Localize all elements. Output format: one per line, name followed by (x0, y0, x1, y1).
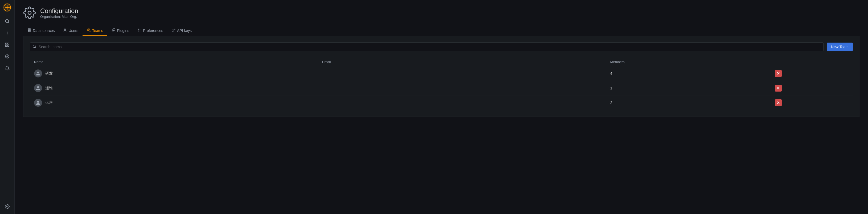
team-name-cell: 运营 (30, 96, 318, 110)
tabs: Data sources Users Teams (23, 26, 860, 36)
table-row: 研发 4 ✕ (30, 66, 853, 81)
delete-team-button[interactable]: ✕ (775, 85, 782, 92)
team-email (318, 81, 606, 96)
delete-team-button[interactable]: ✕ (775, 70, 782, 77)
team-email (318, 66, 606, 81)
svg-point-26 (138, 31, 139, 31)
delete-team-button[interactable]: ✕ (775, 99, 782, 106)
svg-rect-12 (5, 45, 7, 47)
sidebar (0, 0, 14, 214)
search-wrapper (30, 42, 824, 51)
team-action-cell: ✕ (771, 66, 853, 81)
team-action-cell: ✕ (771, 96, 853, 110)
svg-rect-11 (8, 43, 9, 44)
col-header-name: Name (30, 58, 318, 66)
tab-users-label: Users (68, 29, 78, 33)
grafana-logo[interactable] (2, 3, 12, 12)
tab-teams[interactable]: Teams (83, 26, 107, 36)
col-header-members: Members (606, 58, 771, 66)
svg-point-18 (28, 29, 31, 30)
tab-plugins[interactable]: Plugins (107, 26, 133, 36)
page-header: Configuration Organization: Main Org. (23, 6, 860, 19)
col-header-email: Email (318, 58, 606, 66)
svg-marker-15 (6, 56, 8, 57)
tab-plugins-label: Plugins (117, 29, 129, 33)
svg-point-6 (5, 20, 8, 23)
svg-point-17 (28, 11, 31, 14)
team-avatar (34, 99, 42, 107)
search-icon (32, 45, 36, 49)
team-name-cell: 研发 (30, 66, 318, 81)
svg-line-29 (35, 47, 36, 48)
team-action-cell: ✕ (771, 81, 853, 96)
sidebar-search-icon[interactable] (2, 17, 12, 26)
team-members: 1 (606, 81, 771, 96)
search-input[interactable] (30, 42, 824, 51)
svg-point-28 (33, 45, 35, 48)
tab-data-sources[interactable]: Data sources (23, 26, 59, 36)
team-members: 2 (606, 96, 771, 110)
table-row: 运营 2 ✕ (30, 96, 853, 110)
tab-preferences-label: Preferences (143, 29, 163, 33)
table-header-row: Name Email Members (30, 58, 853, 66)
page-header-text: Configuration Organization: Main Org. (40, 7, 78, 19)
team-members: 4 (606, 66, 771, 81)
table-row: 运维 1 ✕ (30, 81, 853, 96)
teams-icon (87, 28, 91, 33)
svg-point-19 (64, 29, 66, 30)
tab-preferences[interactable]: Preferences (133, 26, 167, 36)
tab-teams-label: Teams (92, 29, 103, 33)
team-avatar (34, 84, 42, 92)
sidebar-configuration-icon[interactable] (2, 202, 12, 211)
sidebar-alerting-icon[interactable] (2, 63, 12, 73)
teams-table: Name Email Members 研发 (30, 58, 853, 110)
svg-point-20 (88, 29, 89, 30)
svg-rect-10 (5, 43, 7, 44)
svg-point-14 (5, 55, 9, 58)
team-email (318, 96, 606, 110)
svg-point-1 (6, 6, 8, 8)
team-avatar (34, 69, 42, 78)
team-name: 运营 (45, 100, 53, 105)
tab-api-keys-label: API keys (177, 29, 192, 33)
main-content: Configuration Organization: Main Org. Da… (14, 0, 868, 214)
users-icon (63, 28, 67, 33)
svg-point-27 (138, 29, 139, 29)
svg-line-7 (8, 22, 9, 23)
plugins-icon (112, 28, 115, 33)
sidebar-add-icon[interactable] (2, 28, 12, 38)
team-name-cell: 运维 (30, 81, 318, 96)
tab-api-keys[interactable]: API keys (167, 26, 196, 36)
page-subtitle: Organization: Main Org. (40, 14, 78, 19)
sidebar-dashboards-icon[interactable] (2, 40, 12, 50)
new-team-button[interactable]: New Team (827, 42, 853, 51)
tab-users[interactable]: Users (59, 26, 83, 36)
api-keys-icon (172, 28, 176, 33)
team-name: 运维 (45, 86, 53, 91)
page-title: Configuration (40, 7, 78, 14)
svg-point-16 (7, 206, 8, 207)
search-row: New Team (30, 42, 853, 51)
preferences-icon (138, 28, 142, 33)
tab-data-sources-label: Data sources (33, 29, 55, 33)
data-sources-icon (27, 28, 31, 33)
sidebar-explore-icon[interactable] (2, 52, 12, 61)
team-name: 研发 (45, 71, 53, 76)
content-area: New Team Name Email Members (23, 36, 860, 117)
configuration-icon (23, 6, 36, 19)
col-header-action (771, 58, 853, 66)
svg-rect-13 (8, 45, 9, 47)
